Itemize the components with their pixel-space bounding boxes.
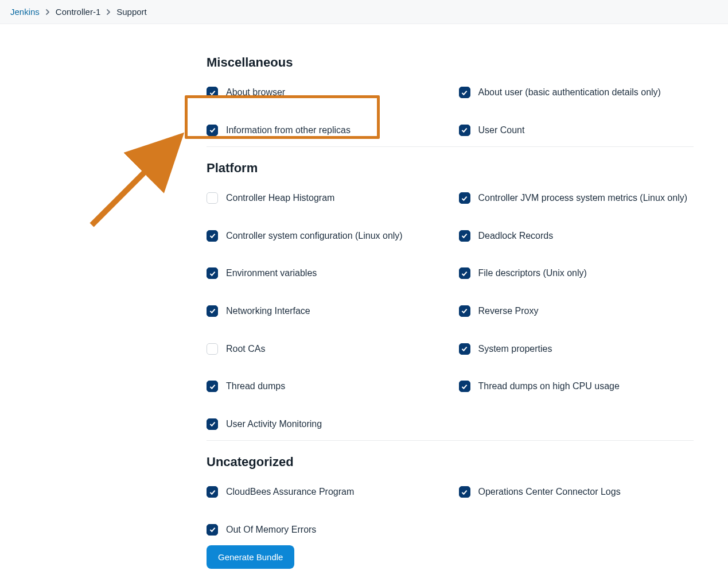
check-label: Reverse Proxy — [478, 305, 539, 317]
checkbox-file-descriptors[interactable] — [459, 267, 470, 279]
check-label: Thread dumps — [226, 380, 285, 393]
check-label: User Activity Monitoring — [226, 418, 322, 430]
check-label: Deadlock Records — [478, 230, 554, 242]
check-icon — [461, 89, 468, 96]
check-label: Environment variables — [226, 267, 317, 280]
check-item-oc-connector-logs: Operations Center Connector Logs — [459, 486, 694, 498]
breadcrumb: Jenkins Controller-1 Support — [0, 0, 728, 24]
check-label: Networking Interface — [226, 305, 310, 317]
checkbox-about-browser[interactable] — [207, 87, 218, 98]
check-item-reverse-proxy: Reverse Proxy — [459, 305, 694, 317]
check-label: Controller system configuration (Linux o… — [226, 230, 403, 242]
check-item-deadlock-records: Deadlock Records — [459, 230, 694, 242]
annotation-arrow-icon — [86, 127, 189, 231]
check-icon — [209, 232, 216, 239]
breadcrumb-link-jenkins[interactable]: Jenkins — [10, 7, 40, 17]
check-label: CloudBees Assurance Program — [226, 486, 354, 498]
chevron-right-icon — [45, 7, 50, 17]
check-label: System properties — [478, 343, 552, 355]
checkbox-thread-dumps[interactable] — [207, 381, 218, 392]
check-item-info-other-replicas: Information from other replicas — [207, 124, 442, 137]
check-icon — [209, 126, 216, 134]
check-item-system-properties: System properties — [459, 343, 694, 355]
generate-bundle-button[interactable]: Generate Bundle — [207, 545, 294, 569]
check-item-networking-interface: Networking Interface — [207, 305, 442, 317]
check-icon — [209, 526, 216, 533]
check-icon — [461, 345, 468, 352]
check-item-file-descriptors: File descriptors (Unix only) — [459, 267, 694, 280]
check-icon — [209, 307, 216, 315]
check-icon — [209, 383, 216, 390]
check-icon — [461, 195, 468, 202]
checkbox-oom-errors[interactable] — [207, 524, 218, 536]
check-icon — [209, 89, 216, 96]
check-label: User Count — [478, 124, 525, 137]
check-label: Root CAs — [226, 343, 265, 355]
check-icon — [209, 270, 216, 277]
check-label: Information from other replicas — [226, 124, 351, 137]
check-label: Controller Heap Histogram — [226, 192, 334, 204]
checkbox-about-user[interactable] — [459, 87, 470, 98]
checkbox-user-activity-monitoring[interactable] — [207, 418, 218, 430]
checkbox-networking-interface[interactable] — [207, 305, 218, 317]
check-label: Operations Center Connector Logs — [478, 486, 621, 498]
check-item-about-user: About user (basic authentication details… — [459, 86, 694, 99]
check-item-user-activity-monitoring: User Activity Monitoring — [207, 418, 442, 430]
check-item-cloudbees-assurance: CloudBees Assurance Program — [207, 486, 442, 498]
check-icon — [461, 232, 468, 239]
breadcrumb-link-controller[interactable]: Controller-1 — [56, 7, 100, 17]
check-label: File descriptors (Unix only) — [478, 267, 587, 280]
check-label: Thread dumps on high CPU usage — [478, 380, 620, 393]
checkbox-system-properties[interactable] — [459, 343, 470, 355]
check-icon — [461, 270, 468, 277]
check-icon — [461, 488, 468, 496]
section-title: Miscellaneous — [207, 55, 694, 70]
checkbox-reverse-proxy[interactable] — [459, 305, 470, 317]
check-item-controller-jvm-metrics: Controller JVM process system metrics (L… — [459, 192, 694, 204]
checkbox-controller-heap-histogram[interactable] — [207, 192, 218, 204]
check-item-thread-dumps: Thread dumps — [207, 380, 442, 393]
check-label: About browser — [226, 86, 285, 99]
check-item-controller-heap-histogram: Controller Heap Histogram — [207, 192, 442, 204]
chevron-right-icon — [106, 7, 111, 17]
check-label: About user (basic authentication details… — [478, 86, 661, 99]
check-item-oom-errors: Out Of Memory Errors — [207, 523, 442, 536]
checkbox-thread-dumps-high-cpu[interactable] — [459, 381, 470, 392]
section-uncategorized: Uncategorized CloudBees Assurance Progra… — [207, 455, 694, 578]
section-miscellaneous: Miscellaneous About browserAbout user (b… — [207, 55, 694, 147]
checkbox-controller-sys-config[interactable] — [207, 230, 218, 242]
checkbox-oc-connector-logs[interactable] — [459, 486, 470, 498]
check-item-about-browser: About browser — [207, 86, 442, 99]
check-item-root-cas: Root CAs — [207, 343, 442, 355]
section-platform: Platform Controller Heap HistogramContro… — [207, 161, 694, 441]
check-icon — [461, 307, 468, 315]
checkbox-info-other-replicas[interactable] — [207, 125, 218, 136]
check-icon — [209, 488, 216, 496]
check-item-env-vars: Environment variables — [207, 267, 442, 280]
check-item-controller-sys-config: Controller system configuration (Linux o… — [207, 230, 442, 242]
check-label: Controller JVM process system metrics (L… — [478, 192, 688, 204]
checkbox-controller-jvm-metrics[interactable] — [459, 192, 470, 204]
check-icon — [209, 420, 216, 428]
breadcrumb-link-support[interactable]: Support — [116, 7, 147, 17]
checkbox-user-count[interactable] — [459, 125, 470, 136]
check-item-thread-dumps-high-cpu: Thread dumps on high CPU usage — [459, 380, 694, 393]
checkbox-env-vars[interactable] — [207, 267, 218, 279]
section-title: Platform — [207, 161, 694, 176]
svg-line-1 — [92, 145, 172, 225]
checkbox-deadlock-records[interactable] — [459, 230, 470, 242]
checkbox-root-cas[interactable] — [207, 343, 218, 355]
check-icon — [461, 126, 468, 134]
checkbox-cloudbees-assurance[interactable] — [207, 486, 218, 498]
check-icon — [461, 383, 468, 390]
section-title: Uncategorized — [207, 455, 694, 470]
check-item-user-count: User Count — [459, 124, 694, 137]
check-label: Out Of Memory Errors — [226, 523, 316, 536]
